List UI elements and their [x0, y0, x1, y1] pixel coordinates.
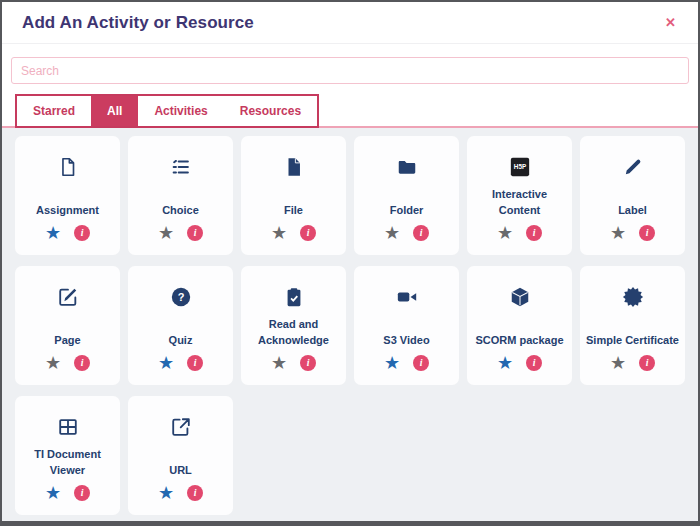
activity-card-url[interactable]: URL ★ i: [128, 396, 233, 515]
choice-list-icon: [170, 155, 192, 179]
activity-label: Simple Certificate: [584, 333, 681, 348]
info-icon[interactable]: i: [639, 225, 655, 241]
video-camera-icon: [396, 285, 418, 309]
cube-icon: [509, 285, 531, 309]
info-icon[interactable]: i: [74, 355, 90, 371]
svg-text:?: ?: [177, 291, 184, 303]
activity-label: TI Document Viewer: [18, 447, 117, 478]
search-section: [2, 44, 698, 94]
table-grid-icon: [57, 415, 79, 439]
star-icon[interactable]: ★: [497, 224, 513, 242]
info-icon[interactable]: i: [74, 225, 90, 241]
activity-card-assignment[interactable]: Assignment ★ i: [15, 136, 120, 255]
activity-card-label[interactable]: Label ★ i: [580, 136, 685, 255]
activity-card-s3-video[interactable]: S3 Video ★ i: [354, 266, 459, 385]
star-icon[interactable]: ★: [610, 224, 626, 242]
file-icon: [283, 155, 305, 179]
tab-activities[interactable]: Activities: [138, 96, 223, 126]
assignment-icon: [57, 155, 79, 179]
search-input[interactable]: [11, 57, 689, 84]
activity-label: Quiz: [167, 333, 195, 348]
star-icon[interactable]: ★: [158, 354, 174, 372]
activity-card-interactive-content[interactable]: H5P Interactive Content ★ i: [467, 136, 572, 255]
activity-card-simple-certificate[interactable]: Simple Certificate ★ i: [580, 266, 685, 385]
activity-card-ti-document-viewer[interactable]: TI Document Viewer ★ i: [15, 396, 120, 515]
info-icon[interactable]: i: [413, 355, 429, 371]
activity-card-file[interactable]: File ★ i: [241, 136, 346, 255]
tabs-section: StarredAllActivitiesResources: [2, 94, 698, 128]
info-icon[interactable]: i: [413, 225, 429, 241]
activity-label: Label: [616, 203, 649, 218]
tab-resources[interactable]: Resources: [224, 96, 317, 126]
svg-text:H5P: H5P: [513, 163, 526, 170]
dialog-header: Add An Activity or Resource ✕: [2, 2, 698, 44]
activity-label: Page: [52, 333, 82, 348]
activity-label: Folder: [388, 203, 426, 218]
external-link-icon: [170, 415, 192, 439]
tab-starred[interactable]: Starred: [17, 96, 91, 126]
tab-all[interactable]: All: [91, 96, 138, 126]
activity-label: File: [282, 203, 305, 218]
h5p-icon: H5P: [509, 155, 531, 179]
seal-icon: [622, 285, 644, 309]
activity-label: Interactive Content: [470, 187, 569, 218]
info-icon[interactable]: i: [639, 355, 655, 371]
star-icon[interactable]: ★: [384, 224, 400, 242]
activity-grid: Assignment ★ i Choice ★ i File ★ i Folde…: [2, 128, 698, 525]
activity-label: Read and Acknowledge: [244, 317, 343, 348]
activity-label: Choice: [160, 203, 201, 218]
question-circle-icon: ?: [170, 285, 192, 309]
add-activity-dialog: Add An Activity or Resource ✕ StarredAll…: [0, 0, 700, 526]
dialog-title: Add An Activity or Resource: [22, 13, 254, 33]
activity-label: S3 Video: [381, 333, 431, 348]
star-icon[interactable]: ★: [45, 484, 61, 502]
star-icon[interactable]: ★: [497, 354, 513, 372]
tab-group: StarredAllActivitiesResources: [15, 94, 319, 128]
activity-label: Assignment: [34, 203, 101, 218]
pencil-icon: [622, 155, 644, 179]
info-icon[interactable]: i: [526, 225, 542, 241]
star-icon[interactable]: ★: [384, 354, 400, 372]
folder-icon: [396, 155, 418, 179]
info-icon[interactable]: i: [187, 355, 203, 371]
activity-card-choice[interactable]: Choice ★ i: [128, 136, 233, 255]
activity-label: URL: [167, 463, 194, 478]
star-icon[interactable]: ★: [158, 484, 174, 502]
star-icon[interactable]: ★: [45, 354, 61, 372]
info-icon[interactable]: i: [74, 485, 90, 501]
info-icon[interactable]: i: [526, 355, 542, 371]
info-icon[interactable]: i: [300, 225, 316, 241]
star-icon[interactable]: ★: [610, 354, 626, 372]
star-icon[interactable]: ★: [158, 224, 174, 242]
activity-label: SCORM package: [473, 333, 565, 348]
activity-card-page[interactable]: Page ★ i: [15, 266, 120, 385]
star-icon[interactable]: ★: [271, 354, 287, 372]
close-icon[interactable]: ✕: [663, 14, 678, 31]
edit-square-icon: [57, 285, 79, 309]
activity-card-folder[interactable]: Folder ★ i: [354, 136, 459, 255]
star-icon[interactable]: ★: [271, 224, 287, 242]
activity-card-scorm-package[interactable]: SCORM package ★ i: [467, 266, 572, 385]
info-icon[interactable]: i: [187, 485, 203, 501]
info-icon[interactable]: i: [187, 225, 203, 241]
star-icon[interactable]: ★: [45, 224, 61, 242]
activity-card-read-and-acknowledge[interactable]: Read and Acknowledge ★ i: [241, 266, 346, 385]
info-icon[interactable]: i: [300, 355, 316, 371]
clipboard-check-icon: [283, 285, 305, 309]
activity-card-quiz[interactable]: ? Quiz ★ i: [128, 266, 233, 385]
